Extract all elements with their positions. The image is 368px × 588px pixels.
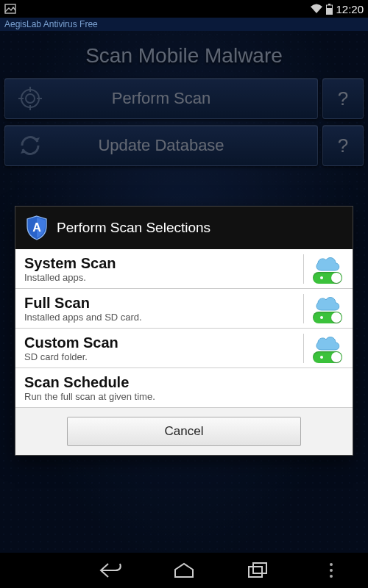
- option-subtitle: Installed apps and SD card.: [24, 312, 297, 323]
- option-subtitle: Installed apps.: [24, 272, 297, 283]
- back-button[interactable]: [85, 561, 136, 580]
- option-title: Scan Schedule: [24, 374, 345, 391]
- battery-icon: [326, 4, 333, 15]
- clock: 12:20: [336, 3, 364, 15]
- cloud-toggle-system-scan[interactable]: [313, 272, 342, 284]
- option-title: System Scan: [24, 255, 297, 272]
- cloud-icon: [313, 254, 342, 273]
- divider: [303, 294, 304, 323]
- menu-dots-icon: [330, 563, 333, 578]
- svg-rect-14: [253, 563, 266, 573]
- cancel-label: Cancel: [165, 424, 204, 438]
- wifi-icon: [310, 4, 323, 14]
- option-full-scan[interactable]: Full Scan Installed apps and SD card.: [15, 289, 353, 329]
- svg-rect-13: [249, 567, 262, 577]
- dialog-title: Perform Scan Selections: [57, 220, 210, 236]
- option-title: Full Scan: [24, 295, 297, 312]
- option-system-scan[interactable]: System Scan Installed apps.: [15, 249, 353, 289]
- shield-icon: A: [26, 215, 48, 240]
- cloud-toggle-full-scan[interactable]: [313, 312, 342, 323]
- home-button[interactable]: [158, 562, 210, 578]
- divider: [303, 254, 304, 284]
- menu-button[interactable]: [305, 563, 357, 578]
- svg-text:A: A: [32, 221, 41, 234]
- option-title: Custom Scan: [24, 334, 297, 351]
- cloud-icon: [313, 334, 342, 353]
- cancel-button[interactable]: Cancel: [67, 417, 301, 446]
- option-custom-scan[interactable]: Custom Scan SD card folder.: [15, 329, 353, 368]
- cloud-toggle-custom-scan[interactable]: [313, 351, 342, 363]
- option-subtitle: Run the full scan at given time.: [24, 391, 345, 402]
- divider: [303, 334, 304, 363]
- main-screen: Scan Mobile Malware Perform Scan ? Updat…: [0, 31, 368, 566]
- svg-rect-3: [327, 8, 333, 15]
- recent-apps-button[interactable]: [232, 562, 283, 578]
- option-scan-schedule[interactable]: Scan Schedule Run the full scan at given…: [15, 368, 353, 408]
- option-subtitle: SD card folder.: [24, 351, 297, 362]
- picture-icon: [4, 4, 16, 14]
- dialog-footer: Cancel: [15, 408, 353, 455]
- app-name: AegisLab Antivirus Free: [0, 18, 368, 31]
- scan-selection-dialog: A Perform Scan Selections System Scan In…: [15, 206, 353, 456]
- cloud-icon: [313, 294, 342, 313]
- status-bar: 12:20: [0, 0, 368, 18]
- dialog-header: A Perform Scan Selections: [15, 207, 353, 249]
- android-navbar: [0, 553, 368, 588]
